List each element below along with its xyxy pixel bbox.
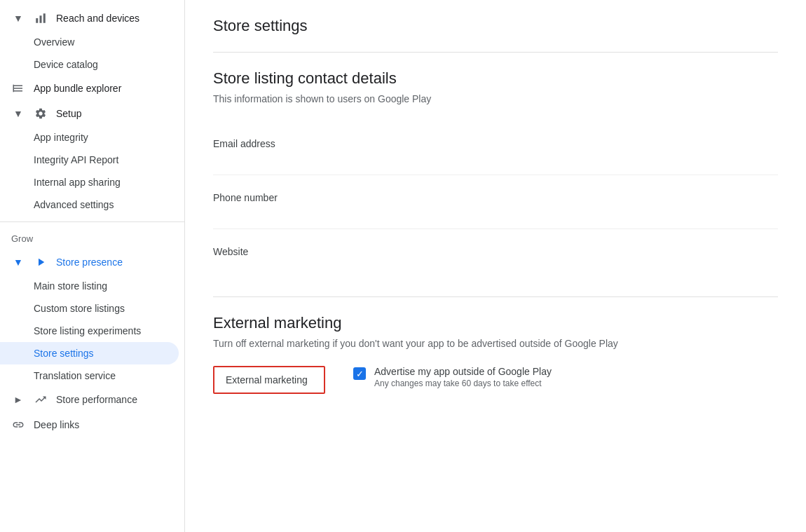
gear-icon bbox=[34, 107, 48, 121]
chevron-down-icon: ▼ bbox=[11, 107, 25, 121]
play-icon bbox=[34, 255, 48, 269]
website-label: Website bbox=[213, 235, 778, 274]
sidebar-child-label: Integrity API Report bbox=[34, 154, 118, 165]
bar-chart-icon bbox=[34, 11, 48, 25]
sidebar-child-label: Advanced settings bbox=[34, 199, 114, 210]
sidebar-divider bbox=[0, 221, 184, 222]
field-divider-email bbox=[213, 175, 778, 175]
sidebar-item-store-performance[interactable]: ► Store performance bbox=[0, 387, 179, 412]
sidebar-child-translation-service[interactable]: Translation service bbox=[0, 364, 179, 387]
phone-field-section: Phone number bbox=[213, 175, 778, 226]
phone-label: Phone number bbox=[213, 181, 778, 220]
external-marketing-label: External marketing bbox=[213, 366, 325, 394]
section-divider-2 bbox=[213, 296, 778, 297]
sidebar-child-overview[interactable]: Overview bbox=[0, 31, 179, 53]
checkbox-sub-text: Any changes may take 60 days to take eff… bbox=[374, 378, 552, 388]
checkbox-row: ✓ Advertise my app outside of Google Pla… bbox=[353, 366, 552, 388]
sidebar-child-label: Overview bbox=[34, 36, 74, 48]
chevron-down-icon: ▼ bbox=[11, 11, 25, 25]
external-marketing-box: External marketing ✓ Advertise my app ou… bbox=[213, 366, 778, 394]
svg-rect-0 bbox=[36, 18, 38, 23]
sidebar-item-store-presence[interactable]: ▼ Store presence bbox=[0, 250, 179, 275]
email-field-section: Email address bbox=[213, 121, 778, 172]
svg-rect-1 bbox=[40, 15, 42, 23]
email-label: Email address bbox=[213, 127, 778, 166]
advertise-checkbox[interactable]: ✓ bbox=[353, 367, 366, 380]
sidebar: ▼ Reach and devices Overview Device cata… bbox=[0, 0, 185, 532]
sidebar-child-main-store-listing[interactable]: Main store listing bbox=[0, 275, 179, 297]
sidebar-child-custom-store-listings[interactable]: Custom store listings bbox=[0, 297, 179, 320]
sidebar-child-device-catalog[interactable]: Device catalog bbox=[0, 53, 179, 76]
store-settings-title: Store settings bbox=[213, 17, 778, 35]
sidebar-child-integrity-api[interactable]: Integrity API Report bbox=[0, 149, 179, 171]
bundle-icon bbox=[11, 81, 25, 95]
sidebar-child-label: Main store listing bbox=[34, 280, 107, 292]
sidebar-child-label: Store listing experiments bbox=[34, 325, 141, 336]
chevron-right-icon: ► bbox=[11, 393, 25, 407]
svg-rect-3 bbox=[13, 85, 15, 93]
sidebar-child-label: Internal app sharing bbox=[34, 177, 121, 188]
grow-section-label: Grow bbox=[0, 228, 184, 250]
sidebar-child-app-integrity[interactable]: App integrity bbox=[0, 126, 179, 149]
sidebar-child-label: Device catalog bbox=[34, 59, 98, 70]
website-field-section: Website bbox=[213, 229, 778, 280]
sidebar-item-label: Store performance bbox=[56, 394, 137, 405]
trending-icon bbox=[34, 393, 48, 407]
chevron-down-icon: ▼ bbox=[11, 255, 25, 269]
sidebar-item-label: Deep links bbox=[34, 419, 79, 430]
sidebar-item-reach-and-devices[interactable]: ▼ Reach and devices bbox=[0, 6, 179, 31]
sidebar-child-store-listing-experiments[interactable]: Store listing experiments bbox=[0, 320, 179, 342]
sidebar-item-setup[interactable]: ▼ Setup bbox=[0, 101, 179, 126]
svg-rect-2 bbox=[43, 13, 46, 23]
store-listing-subtitle: This information is shown to users on Go… bbox=[213, 93, 778, 104]
sidebar-item-label: App bundle explorer bbox=[34, 83, 121, 94]
external-marketing-subtitle: Turn off external marketing if you don't… bbox=[213, 338, 778, 349]
link-icon bbox=[11, 418, 25, 432]
sidebar-child-label: Custom store listings bbox=[34, 303, 125, 314]
store-listing-title: Store listing contact details bbox=[213, 69, 778, 88]
checkbox-text-block: Advertise my app outside of Google Play … bbox=[374, 366, 552, 388]
checkbox-main-text: Advertise my app outside of Google Play bbox=[374, 366, 552, 377]
sidebar-item-app-bundle[interactable]: App bundle explorer bbox=[0, 76, 179, 101]
sidebar-child-label: Store settings bbox=[34, 348, 94, 359]
main-content: Store settings Store listing contact det… bbox=[185, 0, 806, 532]
sidebar-child-store-settings[interactable]: Store settings bbox=[0, 342, 179, 364]
sidebar-item-deep-links[interactable]: Deep links bbox=[0, 412, 179, 437]
sidebar-item-label: Reach and devices bbox=[56, 13, 139, 24]
external-marketing-title: External marketing bbox=[213, 314, 778, 332]
check-icon: ✓ bbox=[356, 369, 364, 378]
sidebar-child-label: Translation service bbox=[34, 370, 116, 381]
field-divider-phone bbox=[213, 229, 778, 229]
sidebar-child-internal-app-sharing[interactable]: Internal app sharing bbox=[0, 171, 179, 193]
section-divider-1 bbox=[213, 52, 778, 53]
sidebar-child-advanced-settings[interactable]: Advanced settings bbox=[0, 193, 179, 216]
sidebar-item-label: Setup bbox=[56, 108, 82, 119]
sidebar-child-label: App integrity bbox=[34, 132, 88, 143]
sidebar-item-label: Store presence bbox=[56, 257, 123, 268]
